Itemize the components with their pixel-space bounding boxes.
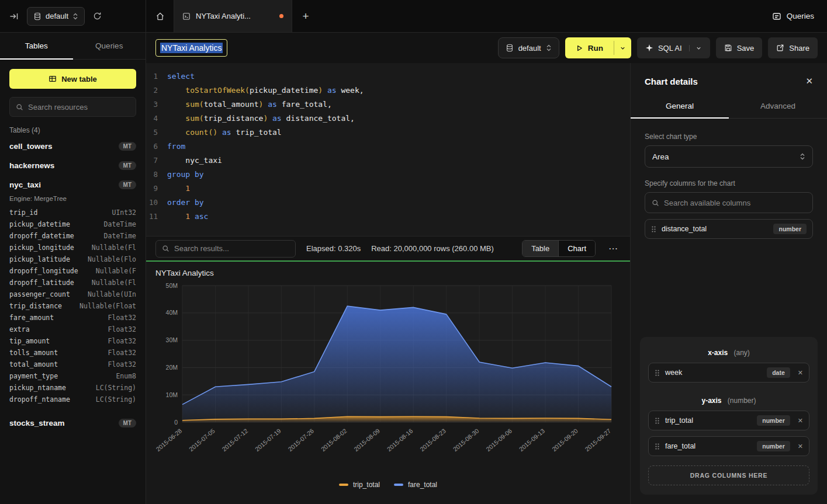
tab-nytaxi-analytics[interactable]: NYTaxi Analyti...: [174, 0, 292, 32]
topbar-database-selector[interactable]: default: [27, 7, 85, 26]
table-item-hackernews[interactable]: hackernewsMT: [9, 156, 136, 175]
code-line-3[interactable]: 3 sum(total_amount) as fare_total,: [146, 97, 630, 111]
run-options-button[interactable]: [614, 37, 631, 58]
sidebar-tab-queries[interactable]: Queries: [73, 33, 146, 59]
tab-general[interactable]: General: [631, 96, 729, 118]
topbar-database-value: default: [46, 12, 68, 20]
y-axis-items: trip_totalnumber✕fare_totalnumber✕: [648, 411, 809, 456]
sql-ai-button[interactable]: SQL AI: [637, 37, 710, 58]
view-chart-button[interactable]: Chart: [558, 241, 595, 256]
svg-text:20M: 20M: [166, 364, 178, 371]
code-line-9[interactable]: 9 1: [146, 181, 630, 195]
line-number: 1: [146, 72, 167, 81]
app-root: default NYTaxi Analyti... + Queries: [0, 0, 827, 504]
query-file-icon: [182, 12, 191, 20]
legend-item-trip_total[interactable]: trip_total: [339, 481, 380, 489]
share-icon: [776, 44, 784, 52]
query-title-text: NYTaxi Analytics: [160, 43, 223, 53]
table-name: hackernews: [9, 161, 54, 170]
drag-handle-icon[interactable]: [655, 417, 660, 425]
legend-item-fare_total[interactable]: fare_total: [394, 481, 437, 489]
svg-text:2015-07-19: 2015-07-19: [254, 427, 282, 453]
column-row-trip_total[interactable]: trip_totalnumber✕: [648, 411, 809, 430]
svg-text:2015-08-23: 2015-08-23: [418, 427, 447, 453]
search-icon: [162, 245, 169, 252]
x-axis-hint: (any): [734, 349, 750, 357]
results-search-input[interactable]: [174, 244, 289, 253]
column-item: trip_distanceNullable(Float: [9, 300, 136, 312]
svg-text:10M: 10M: [166, 391, 178, 398]
editor-column: 1select2 toStartOfWeek(pickup_datetime) …: [146, 63, 630, 504]
code-line-2[interactable]: 2 toStartOfWeek(pickup_datetime) as week…: [146, 83, 630, 97]
refresh-icon: [93, 12, 102, 20]
drag-handle-icon[interactable]: [655, 369, 660, 377]
collapse-sidebar-button[interactable]: [7, 9, 21, 23]
sql-ai-options[interactable]: [689, 45, 702, 51]
column-item: fare_amountFloat32: [9, 312, 136, 324]
new-table-button[interactable]: New table: [9, 69, 136, 89]
code-line-8[interactable]: 8group by: [146, 167, 630, 181]
drop-zone[interactable]: DRAG COLUMNS HERE: [648, 465, 809, 485]
remove-column-icon[interactable]: ✕: [798, 417, 803, 425]
home-icon: [155, 12, 165, 21]
column-item: passenger_countNullable(UIn: [9, 289, 136, 300]
column-item: pickup_ntanameLC(String): [9, 382, 136, 394]
query-title-input[interactable]: NYTaxi Analytics: [155, 39, 227, 57]
column-row-distance_total[interactable]: distance_totalnumber: [645, 219, 813, 239]
column-item: dropoff_ntanameLC(String): [9, 394, 136, 405]
code-text: sum(total_amount) as fare_total,: [167, 100, 332, 109]
refresh-button[interactable]: [91, 9, 104, 23]
sidebar-search-input[interactable]: [28, 103, 130, 112]
tab-advanced[interactable]: Advanced: [729, 96, 827, 118]
table-name: nyc_taxi: [9, 180, 41, 189]
table-item-cell_towers[interactable]: cell_towersMT: [9, 137, 136, 156]
share-button[interactable]: Share: [768, 37, 818, 58]
column-row-fare_total[interactable]: fare_totalnumber✕: [648, 436, 809, 456]
save-button[interactable]: Save: [716, 37, 763, 58]
engine-badge: MT: [119, 161, 136, 170]
table-item-nyc_taxi[interactable]: nyc_taxiMT: [9, 175, 136, 194]
code-line-11[interactable]: 11 1 asc: [146, 209, 630, 223]
home-tab[interactable]: [146, 0, 174, 32]
drag-handle-icon[interactable]: [651, 225, 656, 233]
svg-text:50M: 50M: [166, 282, 178, 289]
code-line-4[interactable]: 4 sum(trip_distance) as distance_total,: [146, 111, 630, 125]
code-text: select: [167, 72, 195, 81]
code-line-7[interactable]: 7 nyc_taxi: [146, 153, 630, 167]
column-list: trip_idUInt32pickup_datetimeDateTimedrop…: [9, 207, 136, 405]
run-button[interactable]: Run: [565, 37, 614, 58]
sql-editor[interactable]: 1select2 toStartOfWeek(pickup_datetime) …: [146, 63, 630, 236]
remove-column-icon[interactable]: ✕: [798, 369, 803, 377]
chart-type-select[interactable]: Area: [645, 145, 813, 168]
column-item: trip_idUInt32: [9, 207, 136, 218]
new-tab-button[interactable]: +: [292, 0, 319, 32]
column-item: dropoff_latitudeNullable(Fl: [9, 277, 136, 289]
topbar-left: default: [0, 0, 146, 32]
column-row-week[interactable]: weekdate✕: [648, 363, 809, 383]
query-database-selector[interactable]: default: [498, 37, 559, 58]
engine-badge: MT: [119, 180, 136, 189]
column-item: payment_typeEnum8: [9, 370, 136, 382]
close-panel-button[interactable]: ✕: [805, 76, 813, 86]
more-options-button[interactable]: ⋯: [606, 243, 621, 254]
collapse-sidebar-icon: [9, 12, 19, 21]
svg-text:2015-09-06: 2015-09-06: [485, 427, 513, 453]
table-item-stocks_stream[interactable]: stocks_streamMT: [9, 413, 136, 433]
code-line-1[interactable]: 1select: [146, 69, 630, 83]
line-number: 3: [146, 100, 167, 109]
svg-text:0: 0: [174, 419, 178, 426]
engine-badge: MT: [119, 142, 136, 151]
code-line-10[interactable]: 10order by: [146, 195, 630, 209]
line-number: 7: [146, 156, 167, 165]
drag-handle-icon[interactable]: [655, 443, 660, 450]
x-axis-label: x-axis: [708, 349, 728, 357]
sidebar-tab-tables[interactable]: Tables: [0, 33, 73, 59]
view-table-button[interactable]: Table: [523, 241, 558, 256]
code-line-6[interactable]: 6from: [146, 139, 630, 153]
remove-column-icon[interactable]: ✕: [798, 443, 803, 450]
columns-search-input[interactable]: [664, 199, 806, 207]
results-chart[interactable]: 010M20M30M40M50M2015-06-282015-07-052015…: [155, 281, 621, 476]
code-line-5[interactable]: 5 count() as trip_total: [146, 125, 630, 139]
type-badge: number: [757, 415, 790, 426]
queries-button[interactable]: Queries: [772, 12, 814, 21]
